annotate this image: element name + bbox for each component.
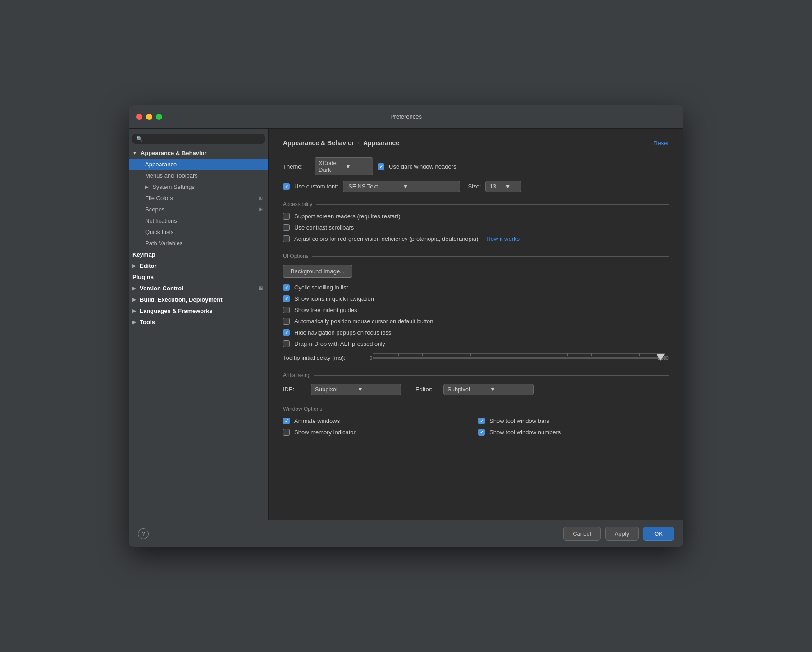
bottom-bar: ? Cancel Apply OK bbox=[129, 520, 683, 547]
sidebar-group-label: Plugins bbox=[132, 274, 154, 280]
sidebar-group-label: Build, Execution, Deployment bbox=[140, 296, 222, 303]
breadcrumb: Appearance & Behavior › Appearance bbox=[283, 139, 399, 147]
size-dropdown[interactable]: 13 ▼ bbox=[485, 181, 521, 192]
dark-headers-label: Use dark window headers bbox=[389, 163, 456, 170]
font-row: Use custom font: .SF NS Text ▼ Size: 13 … bbox=[283, 181, 669, 192]
ide-antialiasing-value: Subpixel bbox=[315, 386, 355, 393]
copy-icon: ⊞ bbox=[259, 285, 263, 291]
icons-quick-nav-label: Show icons in quick navigation bbox=[294, 295, 374, 302]
contrast-scrollbars-row: Use contrast scrollbars bbox=[283, 224, 669, 231]
icons-quick-nav-checkbox[interactable] bbox=[283, 295, 290, 302]
tooltip-slider-track[interactable] bbox=[373, 353, 665, 354]
dark-headers-checkbox[interactable] bbox=[378, 163, 384, 170]
show-tool-window-bars-checkbox[interactable] bbox=[478, 418, 485, 424]
expand-arrow-icon: ▶ bbox=[132, 320, 136, 325]
show-tool-window-bars-label: Show tool window bars bbox=[489, 418, 549, 424]
sidebar-item-label: Scopes bbox=[145, 206, 164, 213]
titlebar: Preferences bbox=[129, 105, 683, 129]
sidebar-item-build-execution[interactable]: ▶ Build, Execution, Deployment bbox=[129, 294, 268, 305]
sidebar-item-appearance-behavior[interactable]: ▼ Appearance & Behavior bbox=[129, 147, 268, 159]
font-value: .SF NS Text bbox=[347, 183, 400, 190]
show-tool-window-numbers-checkbox[interactable] bbox=[478, 429, 485, 436]
color-blindness-row: Adjust colors for red-green vision defic… bbox=[283, 235, 669, 242]
font-dropdown[interactable]: .SF NS Text ▼ bbox=[343, 181, 460, 192]
ok-button[interactable]: OK bbox=[643, 527, 674, 541]
sidebar-item-label: Path Variables bbox=[145, 240, 183, 247]
size-value: 13 bbox=[489, 183, 502, 190]
chevron-down-icon: ▼ bbox=[345, 163, 369, 170]
hide-nav-popups-checkbox[interactable] bbox=[283, 329, 290, 336]
how-it-works-link[interactable]: How it works bbox=[486, 235, 520, 242]
search-input[interactable] bbox=[146, 136, 261, 142]
cancel-button[interactable]: Cancel bbox=[563, 527, 600, 541]
reset-button[interactable]: Reset bbox=[653, 140, 669, 147]
ide-antialiasing-dropdown[interactable]: Subpixel ▼ bbox=[311, 384, 401, 395]
sidebar-item-quick-lists[interactable]: Quick Lists bbox=[129, 226, 268, 238]
chevron-down-icon: ▼ bbox=[490, 386, 529, 393]
ui-options-section: UI Options Background Image... Cyclic sc… bbox=[283, 253, 669, 361]
sidebar-item-keymap[interactable]: Keymap bbox=[129, 249, 268, 260]
drag-drop-alt-checkbox[interactable] bbox=[283, 340, 290, 347]
window-controls bbox=[136, 114, 162, 120]
sidebar-item-languages-frameworks[interactable]: ▶ Languages & Frameworks bbox=[129, 305, 268, 317]
chevron-down-icon: ▼ bbox=[403, 183, 456, 190]
screen-readers-row: Support screen readers (requires restart… bbox=[283, 213, 669, 220]
expand-arrow-icon: ▶ bbox=[132, 308, 136, 313]
sidebar-group-label: Languages & Frameworks bbox=[140, 308, 213, 314]
editor-antialiasing-label: Editor: bbox=[415, 386, 438, 393]
window-title: Preferences bbox=[390, 113, 422, 120]
maximize-button[interactable] bbox=[156, 114, 162, 120]
custom-font-checkbox[interactable] bbox=[283, 183, 290, 190]
sidebar-item-version-control[interactable]: ▶ Version Control ⊞ bbox=[129, 283, 268, 294]
show-tool-window-numbers-row: Show tool window numbers bbox=[478, 429, 669, 436]
theme-dropdown[interactable]: XCode Dark ▼ bbox=[315, 157, 373, 175]
contrast-scrollbars-label: Use contrast scrollbars bbox=[294, 224, 354, 231]
chevron-down-icon: ▼ bbox=[505, 183, 517, 190]
sidebar-item-scopes[interactable]: Scopes ⊞ bbox=[129, 204, 268, 215]
sidebar-item-file-colors[interactable]: File Colors ⊞ bbox=[129, 193, 268, 204]
breadcrumb-parent: Appearance & Behavior bbox=[283, 139, 354, 147]
sidebar-item-editor[interactable]: ▶ Editor bbox=[129, 260, 268, 271]
auto-mouse-checkbox[interactable] bbox=[283, 318, 290, 325]
contrast-scrollbars-checkbox[interactable] bbox=[283, 224, 290, 231]
help-button[interactable]: ? bbox=[138, 528, 149, 539]
sidebar-item-tools[interactable]: ▶ Tools bbox=[129, 317, 268, 328]
animate-windows-checkbox[interactable] bbox=[283, 418, 290, 424]
screen-readers-checkbox[interactable] bbox=[283, 213, 290, 220]
sidebar-item-notifications[interactable]: Notifications bbox=[129, 215, 268, 226]
apply-button[interactable]: Apply bbox=[605, 527, 639, 541]
search-icon: 🔍 bbox=[136, 136, 143, 142]
dark-headers-row: Use dark window headers bbox=[378, 163, 456, 170]
minimize-button[interactable] bbox=[146, 114, 152, 120]
expand-arrow-icon: ▶ bbox=[132, 286, 136, 291]
show-memory-row: Show memory indicator bbox=[283, 429, 474, 436]
show-memory-checkbox[interactable] bbox=[283, 429, 290, 436]
show-tool-window-bars-row: Show tool window bars bbox=[478, 418, 669, 424]
screen-readers-label: Support screen readers (requires restart… bbox=[294, 213, 401, 220]
sidebar-item-appearance[interactable]: Appearance bbox=[129, 159, 268, 170]
editor-antialiasing-value: Subpixel bbox=[447, 386, 487, 393]
sidebar-group-label: Keymap bbox=[132, 251, 155, 258]
sidebar-search-box[interactable]: 🔍 bbox=[132, 134, 265, 144]
sidebar-item-system-settings[interactable]: ▶ System Settings bbox=[129, 181, 268, 193]
cyclic-scroll-checkbox[interactable] bbox=[283, 284, 290, 291]
window-options-section: Window Options Animate windows Show tool… bbox=[283, 406, 669, 436]
editor-antialiasing-dropdown[interactable]: Subpixel ▼ bbox=[443, 384, 534, 395]
tooltip-label: Tooltip initial delay (ms): bbox=[283, 354, 364, 361]
background-image-button[interactable]: Background Image... bbox=[283, 265, 352, 278]
hide-nav-popups-label: Hide navigation popups on focus loss bbox=[294, 329, 391, 336]
main-panel: Appearance & Behavior › Appearance Reset… bbox=[269, 129, 683, 520]
sidebar-item-label: File Colors bbox=[145, 195, 173, 202]
sidebar-item-menus-toolbars[interactable]: Menus and Toolbars bbox=[129, 170, 268, 181]
expand-arrow-icon: ▼ bbox=[132, 151, 137, 156]
tree-indent-checkbox[interactable] bbox=[283, 307, 290, 313]
slider-min: 0 bbox=[370, 355, 372, 361]
color-blindness-checkbox[interactable] bbox=[283, 235, 290, 242]
window-options-label: Window Options bbox=[283, 406, 669, 412]
sidebar-group-label: Appearance & Behavior bbox=[141, 150, 207, 156]
sidebar-item-label: Notifications bbox=[145, 217, 177, 224]
sidebar-item-plugins[interactable]: Plugins bbox=[129, 271, 268, 283]
sidebar-item-path-variables[interactable]: Path Variables bbox=[129, 238, 268, 249]
close-button[interactable] bbox=[136, 114, 142, 120]
accessibility-label: Accessibility bbox=[283, 201, 669, 207]
